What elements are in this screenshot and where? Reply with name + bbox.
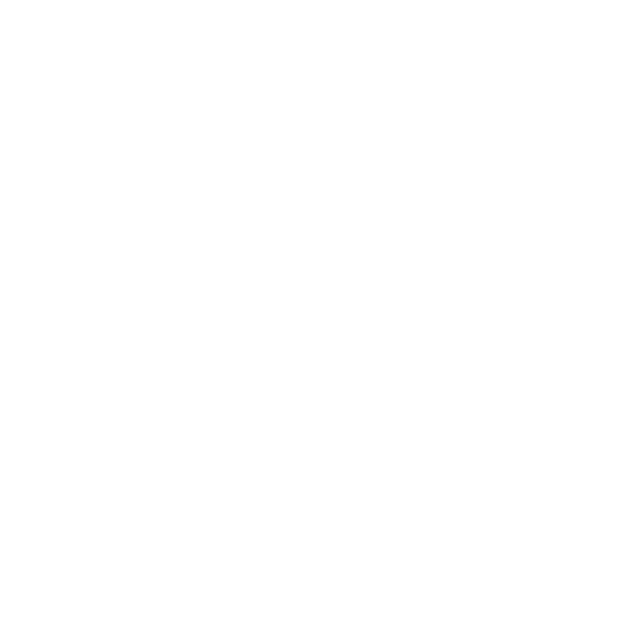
bottleneck-curve-chart [0,0,644,644]
